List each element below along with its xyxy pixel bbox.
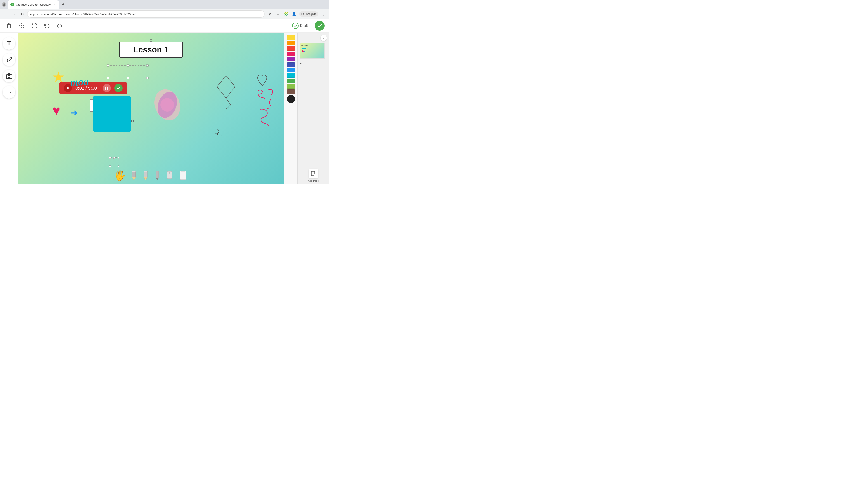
svg-rect-42 bbox=[180, 171, 186, 180]
svg-marker-31 bbox=[132, 177, 135, 180]
eraser-icon bbox=[165, 169, 174, 181]
color-orange[interactable] bbox=[287, 41, 295, 45]
new-tab-button[interactable]: + bbox=[60, 1, 66, 8]
pencil-tool-2[interactable] bbox=[142, 169, 149, 182]
color-green[interactable] bbox=[287, 78, 295, 83]
extensions-button[interactable]: 🧩 bbox=[283, 11, 289, 17]
tab-close-button[interactable]: ✕ bbox=[53, 3, 56, 6]
draft-check-icon bbox=[292, 23, 299, 29]
color-indigo[interactable] bbox=[287, 62, 295, 67]
svg-rect-13 bbox=[107, 77, 109, 79]
draft-label: Draft bbox=[300, 24, 308, 28]
svg-rect-16 bbox=[105, 87, 106, 90]
lesson-title-box[interactable]: Lesson 1 bbox=[119, 41, 183, 58]
menu-button[interactable]: ⋮ bbox=[320, 11, 327, 17]
address-bar[interactable]: app.seesaw.me/#/item/new/class/class.e01… bbox=[27, 10, 265, 18]
camera-tool-button[interactable] bbox=[3, 70, 16, 82]
page-panel-expand-button[interactable]: › bbox=[320, 35, 327, 41]
page-panel: › Lesson 1 1 ··· bbox=[298, 33, 329, 184]
draft-button[interactable]: Draft bbox=[289, 21, 311, 30]
recording-pause-button[interactable] bbox=[103, 84, 111, 92]
color-light-green[interactable] bbox=[287, 84, 295, 89]
blue-arrow-shape[interactable]: ➜ bbox=[70, 107, 78, 118]
fullscreen-button[interactable] bbox=[30, 21, 39, 30]
canvas-area: T ··· Lesson 1 bbox=[0, 33, 329, 184]
tab-bar: S Creative Canvas - Seesaw ✕ + bbox=[0, 0, 329, 9]
svg-rect-10 bbox=[107, 65, 109, 66]
color-purple[interactable] bbox=[287, 57, 295, 61]
selection-handles bbox=[106, 64, 151, 82]
svg-rect-6 bbox=[6, 74, 12, 78]
zoom-in-button[interactable] bbox=[17, 21, 26, 30]
svg-rect-43 bbox=[181, 170, 185, 172]
page-more-button[interactable]: ··· bbox=[303, 61, 307, 65]
recording-confirm-button[interactable] bbox=[114, 84, 123, 92]
bottom-toolbar: 🖐 bbox=[18, 166, 284, 184]
camera-icon bbox=[6, 73, 12, 79]
eraser-tool[interactable] bbox=[165, 169, 174, 182]
active-tab[interactable]: S Creative Canvas - Seesaw ✕ bbox=[8, 0, 59, 8]
main-canvas[interactable]: Lesson 1 Listen bbox=[18, 33, 284, 184]
marker-icon bbox=[154, 169, 161, 181]
moo-text[interactable]: moa bbox=[70, 75, 89, 89]
svg-rect-36 bbox=[156, 171, 159, 178]
marker-tool[interactable] bbox=[154, 169, 161, 182]
pencil-1-icon bbox=[130, 169, 137, 181]
left-sidebar: T ··· bbox=[0, 33, 18, 184]
pen-tool-button[interactable] bbox=[3, 53, 16, 66]
undo-button[interactable] bbox=[42, 21, 52, 30]
pen-icon bbox=[6, 57, 12, 63]
text-tool-button[interactable]: T bbox=[3, 37, 16, 50]
page-number: 1 bbox=[300, 61, 302, 64]
forward-button[interactable]: → bbox=[11, 11, 17, 17]
svg-rect-12 bbox=[147, 65, 148, 66]
mic-button[interactable]: 🎙 bbox=[267, 11, 273, 17]
incognito-badge[interactable]: Incognito bbox=[299, 11, 318, 17]
more-icon: ··· bbox=[6, 90, 12, 95]
delete-button[interactable] bbox=[4, 21, 13, 30]
svg-point-7 bbox=[8, 75, 10, 78]
svg-rect-27 bbox=[118, 157, 119, 159]
lesson-title-container[interactable]: Lesson 1 bbox=[149, 37, 153, 43]
add-page-button[interactable]: Add Page bbox=[300, 168, 327, 182]
cursor bbox=[131, 120, 134, 123]
more-tools-button[interactable]: ··· bbox=[3, 86, 16, 98]
tab-favicon: S bbox=[10, 3, 14, 6]
incognito-label: Incognito bbox=[305, 12, 316, 15]
hand-tool-icon: 🖐 bbox=[114, 170, 126, 181]
lesson-title-text: Lesson 1 bbox=[133, 45, 168, 54]
profile-button[interactable] bbox=[2, 2, 6, 7]
text-tool-icon: T bbox=[7, 40, 11, 47]
bookmark-button[interactable]: ☆ bbox=[275, 11, 281, 17]
color-yellow[interactable] bbox=[287, 35, 295, 40]
color-red[interactable] bbox=[287, 46, 295, 51]
color-black-active[interactable] bbox=[287, 95, 295, 103]
nav-bar: ← → ↻ app.seesaw.me/#/item/new/class/cla… bbox=[0, 9, 329, 19]
color-brown[interactable] bbox=[287, 90, 295, 94]
submit-button[interactable] bbox=[315, 21, 324, 31]
svg-rect-24 bbox=[110, 158, 119, 167]
svg-marker-34 bbox=[144, 177, 147, 180]
star-shape[interactable]: ★ bbox=[52, 69, 65, 86]
hand-tool-container[interactable]: 🖐 bbox=[114, 170, 126, 181]
page-thumbnail-1[interactable]: Lesson 1 bbox=[300, 43, 325, 59]
svg-rect-29 bbox=[118, 166, 119, 167]
back-button[interactable]: ← bbox=[3, 11, 9, 17]
redo-button[interactable] bbox=[55, 21, 64, 30]
recording-bar: ✕ 0:02 / 5:00 bbox=[59, 82, 127, 94]
selection-indicator bbox=[110, 157, 119, 167]
pencil-2-icon bbox=[142, 169, 149, 181]
pencil-tool-1[interactable] bbox=[130, 169, 137, 182]
svg-rect-9 bbox=[108, 66, 149, 79]
page-number-row: 1 ··· bbox=[300, 61, 327, 65]
url-text: app.seesaw.me/#/item/new/class/class.e01… bbox=[30, 12, 136, 16]
color-blue[interactable] bbox=[287, 68, 295, 72]
refresh-button[interactable]: ↻ bbox=[19, 11, 25, 17]
color-pink[interactable] bbox=[287, 52, 295, 56]
pink-heart-shape[interactable]: ♥ bbox=[53, 103, 60, 118]
color-cyan[interactable] bbox=[287, 73, 295, 78]
cyan-square[interactable] bbox=[93, 96, 131, 132]
profile-panel-button[interactable]: 👤 bbox=[291, 11, 297, 17]
eraser-tool-2[interactable] bbox=[178, 169, 188, 182]
svg-rect-28 bbox=[110, 166, 111, 167]
